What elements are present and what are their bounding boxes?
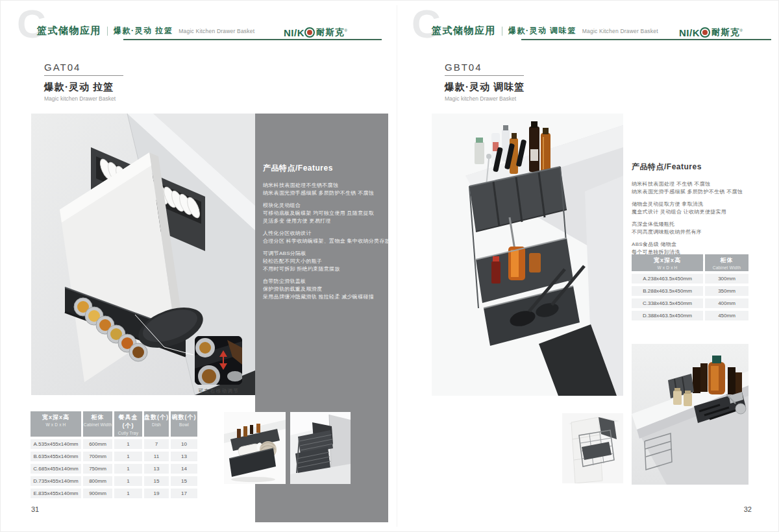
- table-cell: 19: [144, 489, 169, 498]
- header-category: 篮式储物应用: [432, 25, 496, 37]
- product-name-en: Magic kitchen Drawer Basket: [44, 95, 123, 102]
- header-divider: [502, 27, 502, 36]
- table-cell: D.735x455x140mm: [31, 476, 81, 486]
- table-cell: 11: [144, 452, 169, 461]
- table-cell: C.685x455x140mm: [31, 464, 81, 474]
- features-left: 产品特点/Features 纳米科技表面处理不生锈不腐蚀 纳米表面光滑手感细腻 …: [263, 163, 383, 306]
- feature-group: 可调节ABS分隔板 轻松匹配不同大小的瓶子 不用时可拆卸 拒绝约束随意摆放: [263, 250, 383, 273]
- table-row: A.535x455x140mm 600mm 1 7 10: [31, 439, 199, 449]
- table-cell: 900mm: [83, 489, 112, 498]
- feature-line: 可调节ABS分隔板: [263, 250, 383, 258]
- product-title-right: GBT04 爆款·灵动 调味篮 Magic kitchen Drawer Bas…: [445, 62, 525, 102]
- header-cell: 餐具盒(个)Cutly Tray: [114, 411, 142, 437]
- product-model: GAT04: [44, 62, 123, 73]
- table-cell: 1: [114, 439, 142, 449]
- table-cell: 17: [171, 489, 197, 498]
- table-row: A.238x463.5x450mm 300mm: [632, 274, 750, 284]
- feature-line: 人性化分区收纳设计: [263, 230, 383, 237]
- header-cell: 宽x深x高W x D x H: [632, 254, 703, 271]
- header-series: 爆款·灵动 调味篮: [508, 25, 576, 36]
- features-heading: 产品特点/Features: [632, 162, 772, 173]
- table-cell: A.535x455x140mm: [31, 439, 81, 449]
- brand-logo: NI/K 耐斯克 ®: [284, 27, 347, 38]
- feature-group: 纳米科技表面处理 不生锈 不腐蚀 纳米表面光滑手感细腻 多层防护不生锈 不腐蚀: [632, 180, 772, 196]
- detail-caption: 可左右移动调节: [183, 388, 254, 394]
- header-series-en: Magic Kitchen Drawer Basket: [582, 28, 658, 34]
- table-cell: 1: [114, 464, 142, 474]
- page-header-left: 篮式储物应用 爆款·灵动 拉篮 Magic Kitchen Drawer Bas…: [37, 25, 254, 37]
- feature-line: 轻松匹配不同大小的瓶子: [263, 258, 383, 265]
- feature-line: 灵活多变 使用方便 更易打理: [263, 217, 383, 225]
- feature-line: 合理分区 科学收纳碗碟架、置物盒 集中收纳分类存放: [263, 237, 383, 245]
- brand-logo: NI/K 耐斯克 ®: [679, 27, 743, 38]
- header-cell: 宽x深x高W x D x H: [31, 411, 81, 437]
- header-series-en: Magic Kitchen Drawer Basket: [179, 28, 254, 34]
- table-row: C.685x455x140mm 750mm 1 13 14: [31, 464, 199, 474]
- table-cell: E.835x455x140mm: [31, 489, 81, 498]
- feature-line: ABS食品级 储物盒: [632, 241, 772, 248]
- feature-line: 高深盒体低矮瓶托: [632, 221, 772, 228]
- table-cell: 1: [114, 476, 142, 486]
- header-category: 篮式储物应用: [37, 25, 101, 37]
- feature-line: 不同高度调味瓶收纳井然有序: [632, 228, 772, 236]
- logo-latin: NI/K: [284, 27, 304, 38]
- spec-table-right: 宽x深x高W x D x H 柜体Cabinet Width A.238x463…: [632, 254, 750, 320]
- watermark-c: C: [412, 4, 441, 44]
- table-cell: 15: [171, 476, 197, 486]
- table-cell: 7: [144, 439, 169, 449]
- thumb-wire-basket-illustration: [290, 412, 351, 484]
- table-row: C.338x463.5x450mm 400mm: [632, 298, 750, 308]
- header-rule: [123, 39, 382, 40]
- table-cell: B.288x463.5x450mm: [632, 286, 703, 296]
- table-cell: 700mm: [83, 452, 112, 461]
- product-name-en: Magic kitchen Drawer Basket: [445, 95, 525, 102]
- table-header-row: 宽x深x高W x D x H 柜体Cabinet Width 餐具盒(个)Cut…: [31, 411, 199, 437]
- feature-line: 纳米表面光滑手感细腻 多层防护不生锈 不腐蚀: [263, 189, 383, 197]
- page-gutter: [397, 5, 397, 527]
- table-cell: 300mm: [705, 274, 748, 284]
- photo-spice-organizer: [632, 344, 748, 485]
- header-cell: 碗数(个)Bowl: [171, 411, 197, 437]
- page-number-left: 31: [31, 505, 39, 513]
- thumb-photo-wire-basket: [290, 412, 351, 484]
- watermark-c: C: [17, 4, 46, 44]
- feature-line: 储物盒灵动提取方便 拿取清洗: [632, 200, 772, 208]
- table-cell: C.338x463.5x450mm: [632, 298, 703, 308]
- feature-line: 自带防尘滑轨盖板: [263, 278, 383, 285]
- table-cell: 450mm: [705, 311, 748, 320]
- product-name: 爆款·灵动 拉篮: [44, 81, 123, 93]
- table-cell: 350mm: [705, 286, 748, 296]
- title-rule: [44, 75, 123, 76]
- detail-inset-illustration: [195, 336, 242, 385]
- table-cell: 13: [171, 452, 197, 461]
- table-cell: 10: [171, 439, 197, 449]
- header-rule: [521, 39, 771, 40]
- features-right: 产品特点/Features 纳米科技表面处理 不生锈 不腐蚀 纳米表面光滑手感细…: [632, 162, 772, 269]
- main-photo-spice-basket: [432, 114, 623, 396]
- logo-latin: NI/K: [679, 27, 700, 38]
- page-number-right: 32: [732, 505, 752, 513]
- feature-line: 纳米科技表面处理 不生锈 不腐蚀: [632, 180, 772, 188]
- logo-o-icon: [304, 27, 315, 38]
- table-cell: B.635x455x140mm: [31, 452, 81, 461]
- feature-group: 自带防尘滑轨盖板 保护滑轨的载重及顺滑度 采用品牌缓冲隐藏滑轨 推拉轻柔 减少碗…: [263, 278, 383, 301]
- detail-inset-photo: [195, 336, 242, 385]
- table-row: E.835x455x140mm 900mm 1 19 17: [31, 489, 199, 498]
- logo-o-icon: [700, 27, 710, 38]
- table-cell: 1: [114, 489, 142, 498]
- table-cell: 750mm: [83, 464, 112, 474]
- feature-line: 采用品牌缓冲隐藏滑轨 推拉轻柔 减少碗碟碰撞: [263, 293, 383, 301]
- table-cell: 1: [114, 452, 142, 461]
- table-cell: 800mm: [83, 476, 112, 486]
- feature-group: 模块化灵动组合 可移动底板及碗碟架 均可独立使用 且随意提取 灵活多变 使用方便…: [263, 202, 383, 225]
- logo-reg: ®: [740, 29, 743, 32]
- table-cell: 400mm: [705, 298, 748, 308]
- logo-cn: 耐斯克: [316, 27, 345, 38]
- spice-basket-illustration: [432, 114, 623, 396]
- header-cell: 盘数(个)Dish: [144, 411, 169, 437]
- logo-cn: 耐斯克: [711, 27, 740, 38]
- logo-reg: ®: [345, 29, 347, 32]
- feature-group: 高深盒体低矮瓶托 不同高度调味瓶收纳井然有序: [632, 221, 772, 236]
- product-title-left: GAT04 爆款·灵动 拉篮 Magic kitchen Drawer Bask…: [44, 62, 123, 102]
- feature-group: 纳米科技表面处理不生锈不腐蚀 纳米表面光滑手感细腻 多层防护不生锈 不腐蚀: [263, 182, 383, 197]
